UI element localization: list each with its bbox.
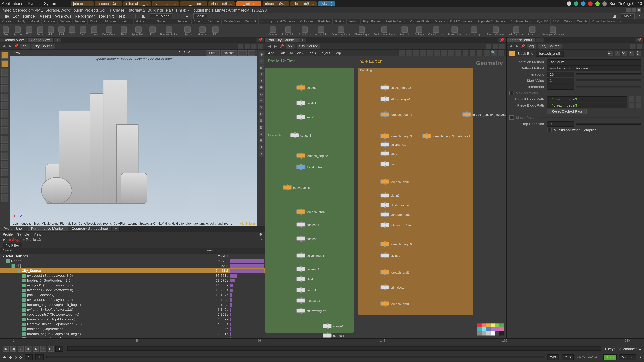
tray-icon[interactable] xyxy=(588,1,592,6)
vp-handle-icon[interactable]: ↖ xyxy=(178,50,182,56)
shelf-tab[interactable]: Viscous Fluids xyxy=(408,19,432,24)
desktop-right[interactable]: Main xyxy=(621,13,634,19)
net-tool-icon[interactable] xyxy=(462,50,468,56)
update-icon[interactable]: ↻ xyxy=(638,355,641,359)
shelf-tool[interactable]: Environment Light xyxy=(374,26,395,36)
net-tool-icon[interactable] xyxy=(470,50,475,56)
net-tool-icon[interactable] xyxy=(484,50,490,56)
snap-tool-icon[interactable] xyxy=(1,144,8,151)
shelf-tab[interactable]: Rigid Bodies xyxy=(361,19,383,24)
network-node[interactable]: primitive1 xyxy=(380,285,404,290)
tool-icon[interactable] xyxy=(1,110,8,117)
tab-python-shell[interactable]: Python Shell xyxy=(0,226,27,231)
perf-row[interactable]: uvlayout4 (Sop/uvlayout::3.0)9.409s xyxy=(0,298,265,302)
display-opt-icon[interactable]: ◐ xyxy=(259,91,264,97)
timeline-track[interactable] xyxy=(68,347,601,351)
perf-opts-icon[interactable]: ⚙ xyxy=(259,232,262,236)
next-frame-button[interactable]: ▷ xyxy=(40,346,46,352)
color-palette[interactable] xyxy=(477,324,504,335)
perf-row[interactable]: foreach_begin9 (Sop/block_begin)2.631s xyxy=(0,332,265,336)
network-node[interactable]: Integer_to_String xyxy=(380,223,414,227)
palette-swatch[interactable] xyxy=(486,332,490,336)
shelf-tool[interactable]: VR Camera xyxy=(509,26,523,36)
net-menu-help[interactable]: Help xyxy=(334,51,341,55)
perf-row[interactable]: boolean5 (Sop/boolean::2.0)3.095s xyxy=(0,327,265,332)
snap-tool-icon[interactable] xyxy=(1,127,8,134)
tool-icon[interactable] xyxy=(1,178,8,185)
network-node[interactable]: foreach_begin3_metadata1 xyxy=(422,134,470,138)
palette-swatch[interactable] xyxy=(495,324,499,328)
taskbar-item[interactable]: EliteFallen_… xyxy=(124,1,151,6)
perf-row[interactable]: pack2 (Sop/pack)10.197s xyxy=(0,293,265,298)
perf-row[interactable]: uvlayout3 (Sop/uvlayout::3.0)35.551s xyxy=(0,273,265,278)
perf-menu-profile[interactable]: Profile xyxy=(3,232,13,236)
window-close-button[interactable]: × xyxy=(637,8,641,12)
shelf-tool[interactable]: Caustic Light xyxy=(428,26,444,36)
stop-cond-field[interactable]: 0 xyxy=(548,121,574,126)
col-name[interactable]: Name xyxy=(0,248,204,254)
desktop-selector[interactable]: Tim_Mono xyxy=(150,13,172,19)
palette-swatch[interactable] xyxy=(499,328,504,332)
perf-row[interactable]: foreach_end9 (Sop/block_end)4.687s xyxy=(0,317,265,322)
network-node[interactable]: attribpromote2 xyxy=(380,212,410,217)
net-menu-tools[interactable]: Tools xyxy=(308,51,316,55)
manual-update-button[interactable]: Manual xyxy=(619,354,636,360)
net-menu-go[interactable]: Go xyxy=(288,51,293,55)
pane-pin-icon[interactable]: 📌 xyxy=(636,38,644,42)
crumb-obj[interactable]: obj xyxy=(20,44,30,49)
display-opt-icon[interactable]: ◉ xyxy=(259,52,264,57)
shelf-tool[interactable]: Null xyxy=(58,26,64,36)
shelf-tab[interactable]: Model xyxy=(28,19,42,24)
vp-menu-icon[interactable]: ⋮ xyxy=(238,50,247,56)
vp-tool-icon[interactable] xyxy=(258,43,263,49)
nav-back-icon[interactable]: ◀ xyxy=(509,44,513,48)
network-node[interactable]: object_merge2 xyxy=(380,85,411,90)
shelf-tool[interactable]: Circle xyxy=(80,26,86,36)
shelf-tool[interactable]: Metaball xyxy=(198,26,208,36)
parm-icon[interactable]: ⬚ xyxy=(615,51,620,56)
tab-render-view[interactable]: Render View xyxy=(0,37,28,42)
display-opt-icon[interactable]: ⬢ xyxy=(259,85,264,90)
frame-field[interactable]: 1 xyxy=(25,354,33,360)
tab-scene-view[interactable]: Scene View xyxy=(28,37,54,42)
palette-swatch[interactable] xyxy=(499,332,504,336)
palette-swatch[interactable] xyxy=(477,328,482,332)
perf-row[interactable]: copytopoints7 (Sop/copytopoints)5.302s xyxy=(0,312,265,317)
shelf-tool[interactable]: Ambient Light xyxy=(466,26,482,36)
shelf-tab[interactable]: Lights and Cameras xyxy=(265,19,298,24)
network-canvas[interactable]: Profile 12: Time Indie Edition Geometry … xyxy=(265,56,506,338)
opchooser-icon[interactable] xyxy=(636,103,641,108)
pane-pin-icon[interactable]: 📌 xyxy=(498,38,506,42)
tray-steam-icon[interactable] xyxy=(567,1,571,6)
network-node[interactable]: cutB xyxy=(380,162,397,166)
network-node[interactable]: polyextrude1 xyxy=(296,253,324,258)
shelf-tool[interactable]: Distant Light xyxy=(354,26,369,36)
parm-icon[interactable]: ↻ xyxy=(622,51,627,56)
first-frame-button[interactable]: ⏮ xyxy=(3,346,9,352)
opchooser-icon[interactable] xyxy=(636,96,641,102)
palette-swatch[interactable] xyxy=(482,332,486,336)
network-node[interactable]: normal xyxy=(296,288,316,292)
tab-add[interactable]: + xyxy=(536,37,544,42)
network-node[interactable]: clusterpoints2 xyxy=(380,203,410,207)
shelf-tab[interactable]: Grains xyxy=(333,19,347,24)
auto-update-button[interactable]: Auto xyxy=(604,354,617,360)
shelf-tab[interactable]: Polygon xyxy=(42,19,58,24)
viewport[interactable]: Update mode is Manual. View may be out o… xyxy=(10,56,258,226)
palette-swatch[interactable] xyxy=(482,324,486,328)
tab-parm[interactable]: foreach_end3 xyxy=(507,37,536,42)
camera-dropdown[interactable]: No cam xyxy=(221,50,237,56)
shelf-tool[interactable]: Spray Paint xyxy=(131,26,145,36)
snap-tool-icon[interactable] xyxy=(1,136,8,143)
tray-icon[interactable] xyxy=(595,1,600,6)
shelf-tool[interactable]: Camera xyxy=(268,26,278,36)
net-tool-icon[interactable] xyxy=(486,43,492,49)
shelf-tab[interactable]: Fluid Containers xyxy=(448,19,475,24)
shelf-tab[interactable]: FEM xyxy=(550,19,562,24)
shelf-tab[interactable]: Oceans xyxy=(432,19,448,24)
net-menu-edit[interactable]: Edit xyxy=(279,51,285,55)
net-tool-icon[interactable] xyxy=(499,43,505,49)
vp-handle-icon[interactable]: ↗ xyxy=(183,50,186,56)
prev-frame-button[interactable]: ◀ xyxy=(10,346,16,352)
nav-pin-icon[interactable]: 📌 xyxy=(14,44,18,48)
